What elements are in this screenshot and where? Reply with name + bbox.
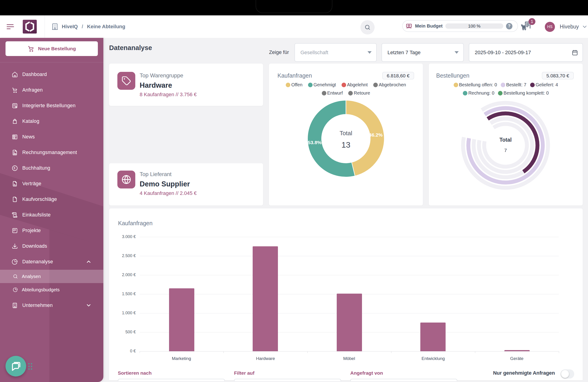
svg-text:€: €	[14, 151, 15, 153]
svg-text:13: 13	[341, 140, 351, 149]
svg-text:Total: Total	[340, 130, 352, 137]
svg-text:€: €	[14, 166, 16, 170]
svg-text:7: 7	[504, 148, 507, 153]
svg-text:53.8%: 53.8%	[308, 140, 322, 145]
svg-text:46.2%: 46.2%	[369, 132, 383, 138]
svg-text:Total: Total	[499, 137, 511, 143]
